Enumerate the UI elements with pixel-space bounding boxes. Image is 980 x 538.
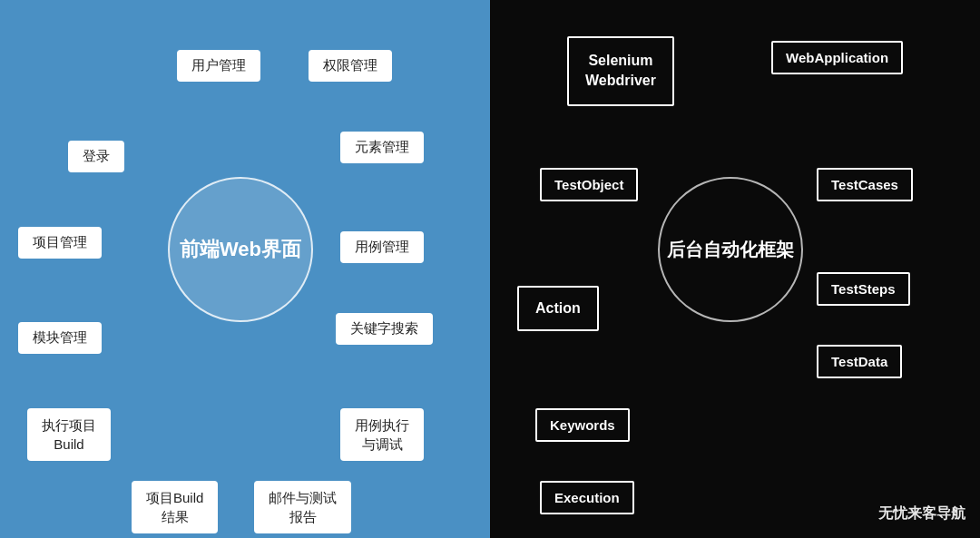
left-box-5: 用例管理: [340, 231, 424, 263]
left-box-9: 用例执行与调试: [340, 408, 424, 461]
left-box-6: 模块管理: [18, 322, 102, 354]
right-box-4: Action: [517, 286, 599, 331]
left-box-11: 邮件与测试报告: [254, 481, 351, 533]
right-box-3: TestCases: [817, 168, 913, 201]
right-box-6: TestData: [817, 345, 902, 378]
right-box-0: SeleniumWebdriver: [567, 36, 674, 106]
left-box-3: 元素管理: [340, 132, 424, 163]
right-box-2: TestObject: [540, 168, 638, 201]
left-box-7: 关键字搜索: [336, 313, 433, 345]
right-panel: 后台自动化框架 无忧来客导航 SeleniumWebdriverWebAppli…: [490, 0, 980, 538]
right-box-7: Keywords: [535, 408, 630, 442]
watermark: 无忧来客导航: [878, 504, 965, 523]
left-box-10: 项目Build结果: [132, 481, 218, 533]
right-circle: 后台自动化框架: [658, 177, 803, 322]
left-box-1: 权限管理: [309, 50, 392, 82]
left-circle-label: 前端Web界面: [180, 236, 301, 263]
left-box-8: 执行项目Build: [27, 408, 111, 461]
left-box-0: 用户管理: [177, 50, 260, 82]
right-box-1: WebApplication: [771, 41, 903, 74]
left-box-2: 登录: [68, 141, 124, 172]
left-panel: 前端Web界面 用户管理权限管理登录元素管理项目管理用例管理模块管理关键字搜索执…: [0, 0, 490, 538]
right-circle-label: 后台自动化框架: [667, 238, 794, 262]
right-box-5: TestSteps: [817, 272, 910, 306]
right-box-8: Execution: [540, 481, 634, 514]
left-circle: 前端Web界面: [168, 177, 313, 322]
left-box-4: 项目管理: [18, 227, 102, 259]
